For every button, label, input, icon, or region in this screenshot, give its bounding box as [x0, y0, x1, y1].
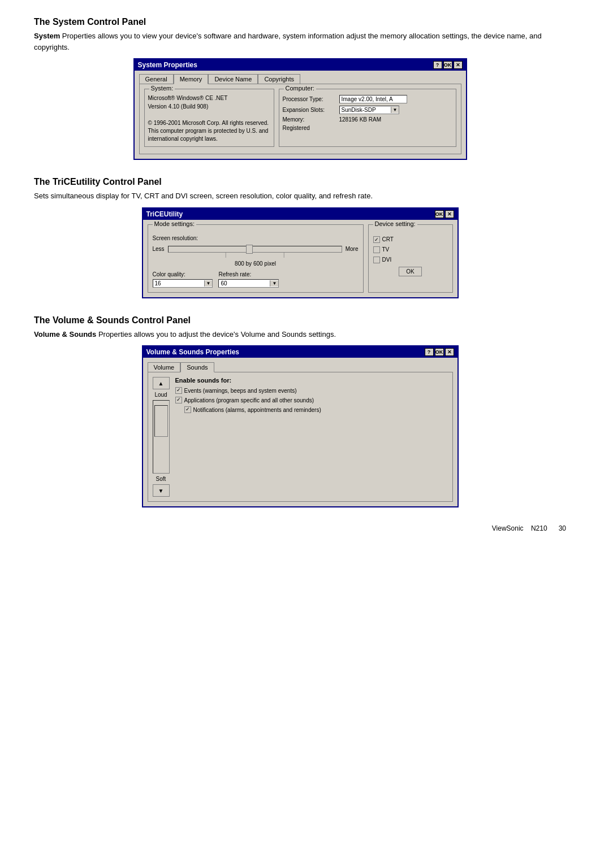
- computer-group-box: Computer: Processor Type: Image v2.00, I…: [279, 89, 456, 147]
- tv-checkbox-row: TV: [373, 246, 448, 253]
- crt-checkbox[interactable]: [373, 236, 380, 243]
- footer-page: 30: [559, 524, 566, 532]
- trice-ok-btn[interactable]: OK: [435, 210, 444, 218]
- page-footer: ViewSonic N210 30: [34, 524, 566, 532]
- sound-item-1: Applications (program specific and all o…: [175, 397, 448, 404]
- system-ok-btn[interactable]: OK: [443, 61, 452, 69]
- trice-title-bar: TriCEUtility OK ✕: [143, 209, 457, 220]
- system-line-3: © 1996-2001 Microsoft Corp. All rights r…: [148, 119, 270, 143]
- volume-up-btn[interactable]: ▲: [153, 377, 170, 389]
- applications-label: Applications (program specific and all o…: [184, 397, 314, 404]
- trice-control-panel-section: The TriCEutility Control Panel Sets simu…: [34, 177, 566, 298]
- sound-item-0: Events (warnings, beeps and system event…: [175, 387, 448, 394]
- refresh-rate-label: Refresh rate:: [218, 271, 279, 277]
- applications-checkbox[interactable]: [175, 397, 182, 403]
- slider-track[interactable]: ||: [168, 246, 342, 253]
- color-quality-col: Color quality: 16 ▼: [153, 271, 213, 288]
- trice-body: Mode settings: Screen resolution: Less |…: [143, 220, 457, 297]
- memory-value: 128196 KB RAM: [339, 116, 382, 123]
- notifications-label: Notifications (alarms, appointments and …: [193, 406, 321, 414]
- tab-volume[interactable]: Volume: [148, 362, 181, 372]
- quality-row: Color quality: 16 ▼ Refresh rate: 60 ▼: [153, 271, 359, 288]
- system-tab-bar: General Memory Device Name Copyrights: [139, 74, 461, 84]
- device-ok-button[interactable]: OK: [399, 267, 421, 276]
- volume-tab-content: ▲ Loud Soft ▼ Enable sounds for:: [148, 372, 453, 502]
- processor-row: Processor Type: Image v2.00, Intel, A: [283, 95, 452, 103]
- dvi-checkbox[interactable]: [373, 257, 380, 263]
- volume-sounds-paragraph: Volume & Sounds Properties allows you to…: [34, 329, 566, 340]
- color-quality-select[interactable]: 16 ▼: [153, 279, 213, 288]
- trice-title-buttons: OK ✕: [435, 210, 454, 218]
- sound-item-2: Notifications (alarms, appointments and …: [184, 406, 448, 414]
- events-checkbox[interactable]: [175, 387, 182, 394]
- trice-dialog: TriCEUtility OK ✕ Mode settings: Screen …: [142, 207, 459, 298]
- device-settings-label: Device setting:: [373, 220, 417, 227]
- volume-down-btn[interactable]: ▼: [153, 484, 170, 497]
- footer-brand: ViewSonic: [492, 524, 524, 532]
- volume-close-btn[interactable]: ✕: [445, 348, 454, 356]
- tab-copyrights[interactable]: Copyrights: [258, 74, 300, 84]
- refresh-rate-arrow[interactable]: ▼: [270, 280, 278, 287]
- expansion-value: SunDisk-SDP: [340, 106, 391, 114]
- trice-paragraph: Sets simultaneous display for TV, CRT an…: [34, 190, 566, 202]
- volume-slider-col: ▲ Loud Soft ▼: [153, 377, 170, 497]
- volume-slider-thumb[interactable]: [154, 405, 168, 437]
- system-control-panel-paragraph: System Properties allows you to view you…: [34, 31, 566, 53]
- memory-label: Memory:: [283, 116, 339, 123]
- tab-general[interactable]: General: [139, 74, 174, 84]
- screen-resolution-label: Screen resolution:: [153, 235, 359, 241]
- volume-slider-track[interactable]: [153, 400, 170, 474]
- system-title-buttons: ? OK ✕: [433, 61, 463, 69]
- system-help-btn[interactable]: ?: [433, 61, 442, 69]
- processor-value: Image v2.00, Intel, A: [339, 95, 407, 103]
- tv-label: TV: [382, 246, 390, 253]
- trice-heading: The TriCEutility Control Panel: [34, 177, 566, 187]
- expansion-select[interactable]: SunDisk-SDP ▼: [339, 106, 400, 114]
- soft-label: Soft: [156, 476, 166, 482]
- system-group-box: System: Microsoft® Windows® CE .NET Vers…: [144, 89, 274, 147]
- system-bold: System: [34, 32, 60, 40]
- system-properties-dialog: System Properties ? OK ✕ General Memory …: [133, 58, 467, 160]
- system-group-label: System:: [149, 85, 175, 92]
- volume-dialog-container: Volume & Sounds Properties ? OK ✕ Volume…: [34, 345, 566, 507]
- trice-dialog-container: TriCEUtility OK ✕ Mode settings: Screen …: [34, 207, 566, 298]
- loud-label: Loud: [154, 392, 167, 398]
- screen-resolution-area: Screen resolution: Less || More 800: [153, 235, 359, 267]
- volume-title-buttons: ? OK ✕: [425, 348, 454, 356]
- computer-info: Processor Type: Image v2.00, Intel, A Ex…: [283, 95, 452, 131]
- volume-dialog: Volume & Sounds Properties ? OK ✕ Volume…: [142, 345, 459, 507]
- color-quality-label: Color quality:: [153, 271, 213, 277]
- trice-close-btn[interactable]: ✕: [445, 210, 454, 218]
- volume-tab-bar: Volume Sounds: [148, 362, 453, 372]
- notifications-checkbox[interactable]: [184, 406, 191, 413]
- system-dialog-title-text: System Properties: [138, 61, 197, 69]
- system-line-1: Microsoft® Windows® CE .NET: [148, 94, 270, 102]
- refresh-rate-select[interactable]: 60 ▼: [218, 279, 279, 288]
- expansion-arrow[interactable]: ▼: [391, 107, 399, 113]
- expansion-label: Expansion Slots:: [283, 107, 339, 113]
- tab-sounds[interactable]: Sounds: [180, 362, 214, 372]
- events-label: Events (warnings, beeps and system event…: [184, 387, 297, 394]
- volume-ok-btn[interactable]: OK: [435, 348, 444, 356]
- volume-title-text: Volume & Sounds Properties: [146, 348, 239, 356]
- memory-row: Memory: 128196 KB RAM: [283, 116, 452, 123]
- tab-device-name[interactable]: Device Name: [208, 74, 258, 84]
- mode-settings-group: Mode settings: Screen resolution: Less |…: [148, 224, 364, 293]
- volume-para-rest: Properties allows you to adjust the devi…: [96, 330, 336, 338]
- resolution-text: 800 by 600 pixel: [153, 261, 359, 267]
- processor-label: Processor Type:: [283, 96, 339, 102]
- system-dialog-title-bar: System Properties ? OK ✕: [135, 59, 466, 71]
- system-close-btn[interactable]: ✕: [454, 61, 463, 69]
- dvi-checkbox-row: DVI: [373, 257, 448, 263]
- crt-label: CRT: [382, 236, 394, 242]
- device-settings-group: Device setting: CRT TV DVI: [368, 224, 453, 293]
- slider-more-label: More: [346, 246, 359, 252]
- system-info-text: Microsoft® Windows® CE .NET Version 4.10…: [148, 94, 270, 143]
- tab-memory[interactable]: Memory: [174, 74, 209, 84]
- system-two-col: System: Microsoft® Windows® CE .NET Vers…: [144, 89, 456, 149]
- system-control-panel-heading: The System Control Panel: [34, 17, 566, 27]
- tv-checkbox[interactable]: [373, 246, 380, 253]
- color-quality-arrow[interactable]: ▼: [204, 280, 213, 287]
- volume-help-btn[interactable]: ?: [425, 348, 434, 356]
- expansion-row: Expansion Slots: SunDisk-SDP ▼: [283, 106, 452, 114]
